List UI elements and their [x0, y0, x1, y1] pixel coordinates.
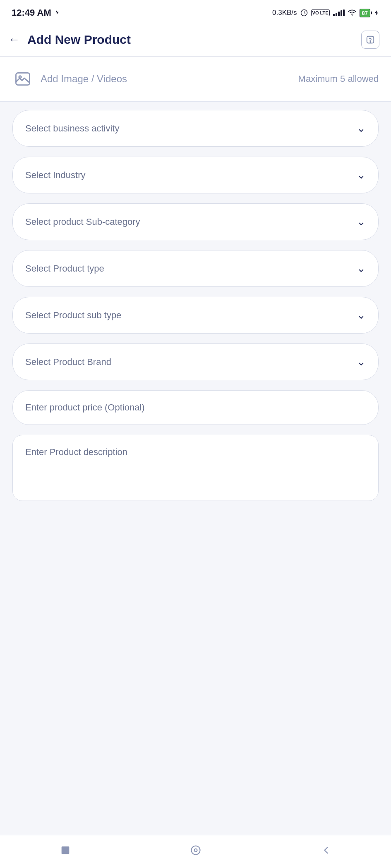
chevron-down-icon: ⌄ [357, 355, 366, 368]
status-time: 12:49 AM [12, 7, 60, 18]
page-header: ← Add New Product [0, 23, 391, 57]
business-activity-item: Select business activity ⌄ [12, 110, 379, 147]
svg-point-2 [370, 42, 370, 42]
back-button[interactable]: ← [8, 34, 20, 45]
chevron-down-icon: ⌄ [357, 169, 366, 181]
clock-icon [300, 9, 308, 17]
svg-point-7 [194, 849, 197, 851]
product-sub-type-dropdown[interactable]: Select Product sub type ⌄ [12, 297, 379, 334]
stop-icon [60, 844, 71, 856]
page-title: Add New Product [27, 33, 131, 47]
business-activity-label: Select business activity [25, 123, 119, 134]
product-description-item: Enter Product description [12, 435, 379, 501]
location-icon [54, 10, 60, 16]
product-type-dropdown[interactable]: Select Product type ⌄ [12, 250, 379, 287]
image-video-icon [14, 70, 32, 88]
product-brand-dropdown[interactable]: Select Product Brand ⌄ [12, 343, 379, 380]
industry-item: Select Industry ⌄ [12, 157, 379, 193]
nav-home-button[interactable] [187, 841, 205, 859]
sub-category-label: Select product Sub-category [25, 217, 140, 227]
product-type-item: Select Product type ⌄ [12, 250, 379, 287]
industry-label: Select Industry [25, 170, 86, 181]
wifi-icon [348, 9, 356, 17]
back-nav-icon [320, 844, 332, 856]
status-icons: 0.3KB/s VO LTE 87 [272, 9, 379, 17]
battery-icon: 87 [360, 9, 370, 17]
product-price-item: Enter product price (Optional) [12, 390, 379, 425]
business-activity-dropdown[interactable]: Select business activity ⌄ [12, 110, 379, 147]
battery-percent: 87 [362, 10, 368, 16]
home-icon [190, 844, 201, 856]
time-text: 12:49 AM [12, 7, 51, 18]
header-left: ← Add New Product [8, 33, 131, 47]
sub-category-dropdown[interactable]: Select product Sub-category ⌄ [12, 203, 379, 240]
svg-rect-5 [61, 846, 69, 854]
product-price-placeholder: Enter product price (Optional) [25, 402, 145, 413]
chevron-down-icon: ⌄ [357, 262, 366, 275]
signal-bars [333, 10, 345, 16]
add-image-label: Add Image / Videos [41, 73, 127, 85]
chevron-down-icon: ⌄ [357, 215, 366, 228]
product-brand-item: Select Product Brand ⌄ [12, 343, 379, 380]
image-icon-box [12, 69, 33, 89]
nav-back-button[interactable] [317, 841, 335, 859]
product-type-label: Select Product type [25, 263, 104, 274]
product-description-input[interactable]: Enter Product description [12, 435, 379, 501]
status-bar: 12:49 AM 0.3KB/s VO LTE 87 [0, 0, 391, 23]
product-description-placeholder: Enter Product description [25, 447, 127, 458]
lte-badge: VO LTE [311, 10, 330, 16]
industry-dropdown[interactable]: Select Industry ⌄ [12, 157, 379, 193]
sub-category-item: Select product Sub-category ⌄ [12, 203, 379, 240]
image-upload-section[interactable]: Add Image / Videos Maximum 5 allowed [0, 57, 391, 101]
product-brand-label: Select Product Brand [25, 357, 111, 367]
form-area: Select business activity ⌄ Select Indust… [0, 102, 391, 868]
bolt-icon [374, 10, 379, 16]
chevron-down-icon: ⌄ [357, 309, 366, 322]
chevron-down-icon: ⌄ [357, 122, 366, 135]
image-left: Add Image / Videos [12, 69, 127, 89]
nav-bar [0, 835, 391, 868]
product-sub-type-label: Select Product sub type [25, 310, 121, 321]
product-price-input[interactable]: Enter product price (Optional) [12, 390, 379, 425]
svg-point-6 [191, 846, 200, 854]
max-allowed-label: Maximum 5 allowed [298, 74, 379, 84]
speed-text: 0.3KB/s [272, 9, 297, 17]
help-button[interactable] [361, 31, 379, 49]
product-sub-type-item: Select Product sub type ⌄ [12, 297, 379, 334]
question-icon [366, 35, 375, 44]
nav-stop-button[interactable] [56, 841, 74, 859]
